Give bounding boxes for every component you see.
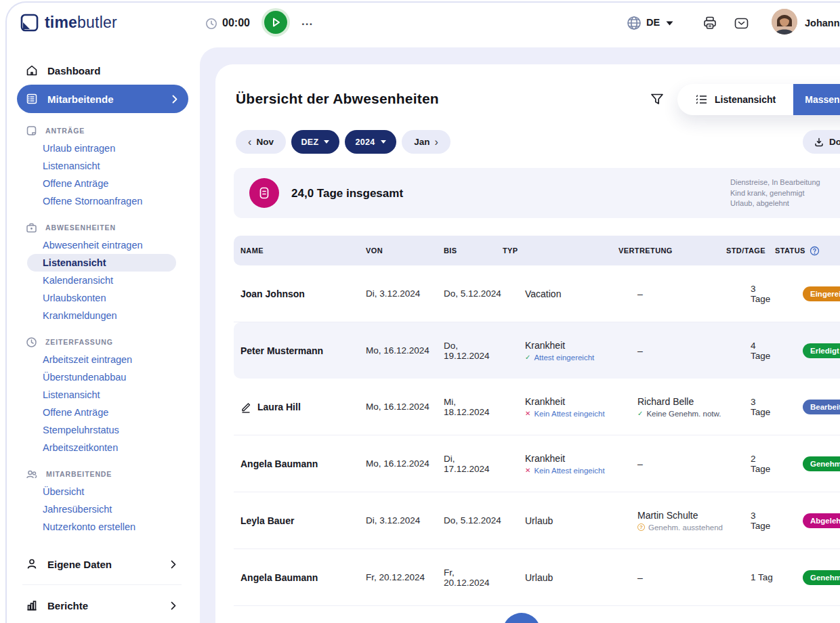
sidebar-section-zeiterfassung: ZEITERFASSUNG	[5, 333, 195, 351]
sidebar-item-eigene-daten[interactable]: Eigene Daten	[5, 552, 195, 576]
table-row[interactable]: Laura Hill Mo, 16.12.2024 Mi, 18.12.2024…	[234, 379, 840, 435]
summary-legend: Dienstreise, In Bearbeitung Kind krank, …	[730, 177, 820, 209]
chevron-right-icon	[172, 95, 177, 104]
timer-clock-icon	[205, 18, 217, 30]
sidebar-link-urlaubskonten[interactable]: Urlaubskonten	[5, 289, 195, 307]
requests-icon	[26, 125, 37, 137]
filter-icon[interactable]	[650, 92, 665, 107]
year-dropdown[interactable]: 2024	[345, 130, 396, 154]
sidebar: Dashboard Mitarbeitende ANTRÄGE Urlaub e…	[5, 58, 195, 618]
list-view-button[interactable]: Listenansicht	[677, 84, 793, 115]
help-icon[interactable]	[810, 246, 820, 256]
caret-down-icon	[381, 140, 386, 144]
more-menu[interactable]: ...	[301, 15, 313, 28]
mass-edit-button[interactable]: Massenbearbeitung	[793, 84, 840, 115]
employees-icon	[26, 93, 38, 105]
prev-month-button[interactable]: ‹ Nov	[236, 130, 286, 154]
sidebar-link-abwesenheit-eintragen[interactable]: Abwesenheit eintragen	[5, 236, 195, 254]
summary-doc-icon	[249, 178, 279, 208]
check-icon: ✓	[637, 410, 643, 417]
absences-table: NAME VON BIS TYP VERTRETUNG STD/TAGE STA…	[234, 236, 840, 606]
caret-down-icon	[666, 21, 673, 26]
cross-icon: ✕	[525, 467, 530, 474]
sidebar-link-zeit-offene-antraege[interactable]: Offene Anträge	[5, 404, 195, 421]
language-selector[interactable]: DE	[646, 17, 660, 28]
person-icon	[26, 558, 38, 570]
sidebar-divider	[22, 584, 182, 585]
sidebar-link-antraege-listenansicht[interactable]: Listenansicht	[5, 157, 195, 175]
people-icon	[26, 469, 38, 480]
brand-name: timebutler	[45, 14, 117, 32]
table-header: NAME VON BIS TYP VERTRETUNG STD/TAGE STA…	[234, 236, 840, 265]
table-row[interactable]: Peter Mustermann Mo, 16.12.2024 Do, 19.1…	[234, 322, 840, 379]
user-menu[interactable]: Johann	[805, 18, 840, 28]
download-icon	[814, 137, 824, 148]
sidebar-link-zeit-listenansicht[interactable]: Listenansicht	[5, 386, 195, 404]
timer-play-button[interactable]	[261, 8, 290, 37]
status-badge: Erledigt	[803, 343, 840, 358]
check-icon: ✓	[525, 354, 530, 361]
chevron-right-icon	[171, 560, 176, 569]
summary-total: 24,0 Tage insgesamt	[291, 187, 403, 200]
sidebar-link-jahresuebersicht[interactable]: Jahresübersicht	[5, 500, 195, 518]
status-badge: Bearbeitung	[803, 400, 840, 414]
status-badge: Genehmigt	[803, 456, 840, 471]
sidebar-link-offene-antraege[interactable]: Offene Anträge	[5, 175, 195, 192]
table-row[interactable]: Angela Baumann Fr, 20.12.2024 Fr, 20.12.…	[234, 549, 840, 606]
sidebar-section-abwesenheiten: ABWESENHEITEN	[5, 219, 195, 236]
chevron-right-icon: ›	[434, 137, 438, 148]
sidebar-link-abwesenheiten-listenansicht[interactable]: Listenansicht	[27, 254, 176, 272]
page-title: Übersicht der Abwesenheiten	[236, 91, 439, 107]
app-logo[interactable]: timebutler	[20, 14, 117, 32]
chevron-left-icon: ‹	[248, 137, 251, 148]
home-icon	[26, 64, 38, 77]
sidebar-item-mitarbeitende[interactable]: Mitarbeitende	[17, 85, 188, 113]
sidebar-section-antraege: ANTRÄGE	[5, 122, 195, 139]
absences-icon	[26, 222, 37, 234]
sidebar-link-nutzerkonto-erstellen[interactable]: Nutzerkonto erstellen	[5, 518, 195, 536]
sidebar-item-dashboard[interactable]: Dashboard	[5, 58, 195, 83]
printer-icon[interactable]	[702, 16, 717, 30]
status-badge: Genehmigt	[803, 570, 840, 585]
pending-icon: ?	[637, 523, 645, 531]
table-row[interactable]: Leyla Bauer Di, 3.12.2024 Do, 5.12.2024 …	[234, 492, 840, 549]
cross-icon: ✕	[525, 410, 530, 417]
status-badge: Abgelehnt	[803, 513, 840, 528]
mail-icon[interactable]	[734, 16, 749, 31]
table-row[interactable]: Angela Baumann Mo, 16.12.2024 Di, 17.12.…	[234, 435, 840, 492]
sidebar-link-arbeitszeitkonten[interactable]: Arbeitszeitkonten	[5, 439, 195, 456]
play-icon	[264, 11, 287, 34]
globe-icon	[626, 15, 642, 31]
table-row[interactable]: Joan Johnson Di, 3.12.2024 Do, 5.12.2024…	[234, 265, 840, 322]
sidebar-item-berichte[interactable]: Berichte	[5, 593, 195, 618]
status-badge: Eingereicht	[803, 286, 840, 301]
next-month-button[interactable]: Jan ›	[402, 130, 450, 154]
sidebar-link-offene-stornoanfragen[interactable]: Offene Stornoanfragen	[5, 192, 195, 210]
view-toggle: Listenansicht Massenbearbeitung	[677, 84, 840, 115]
time-icon	[26, 337, 37, 348]
chevron-right-icon	[171, 601, 176, 610]
sidebar-link-urlaub-eintragen[interactable]: Urlaub eintragen	[5, 139, 195, 157]
caret-down-icon	[324, 140, 329, 144]
avatar[interactable]	[772, 9, 797, 35]
timer-value: 00:00	[222, 17, 250, 29]
reports-icon	[26, 599, 38, 611]
edit-icon[interactable]	[240, 401, 251, 413]
list-view-icon	[695, 94, 708, 105]
download-button[interactable]: Download	[803, 130, 840, 154]
sidebar-link-krankmeldungen[interactable]: Krankmeldungen	[5, 307, 195, 324]
sidebar-link-arbeitszeit-eintragen[interactable]: Arbeitszeit eintragen	[5, 351, 195, 368]
sidebar-link-kalenderansicht[interactable]: Kalenderansicht	[5, 272, 195, 289]
sidebar-link-ueberstundenabbau[interactable]: Überstundenabbau	[5, 368, 195, 386]
sidebar-link-stempeluhrstatus[interactable]: Stempeluhrstatus	[5, 421, 195, 439]
logo-icon	[20, 14, 39, 32]
sidebar-link-uebersicht[interactable]: Übersicht	[5, 483, 195, 500]
sidebar-section-mitarbeitende: MITARBEITENDE	[5, 465, 195, 483]
month-dropdown[interactable]: DEZ	[291, 130, 339, 154]
